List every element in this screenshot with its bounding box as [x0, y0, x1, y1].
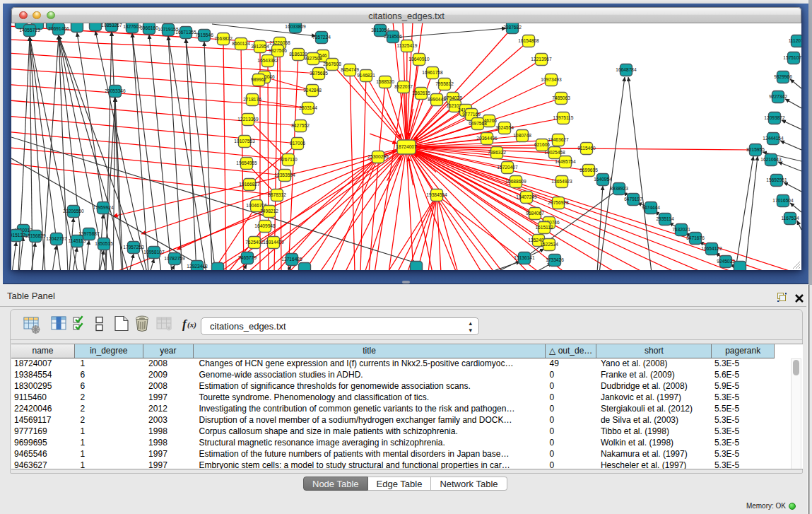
svg-text:3498212: 3498212 — [260, 209, 278, 214]
svg-text:15136141: 15136141 — [514, 255, 535, 260]
svg-text:8322037: 8322037 — [394, 84, 413, 89]
svg-text:17016504: 17016504 — [772, 198, 794, 203]
svg-text:12093872: 12093872 — [764, 115, 785, 120]
svg-text:10853267: 10853267 — [101, 23, 122, 28]
svg-text:16671355: 16671355 — [175, 30, 196, 35]
svg-text:14055713: 14055713 — [19, 28, 40, 33]
svg-text:9684067: 9684067 — [526, 211, 544, 216]
svg-text:7625402: 7625402 — [245, 240, 264, 245]
svg-text:9242848: 9242848 — [303, 88, 322, 93]
svg-text:16961758: 16961758 — [422, 70, 443, 75]
svg-text:3915137: 3915137 — [11, 233, 25, 238]
svg-text:1640954: 1640954 — [594, 177, 612, 182]
svg-text:9245032: 9245032 — [717, 259, 735, 264]
svg-text:12444154: 12444154 — [763, 136, 784, 141]
svg-text:1615112: 1615112 — [535, 225, 553, 230]
svg-text:19166827: 19166827 — [239, 182, 260, 187]
svg-text:12042737: 12042737 — [46, 236, 67, 241]
svg-text:11325419: 11325419 — [397, 43, 418, 48]
svg-text:10973493: 10973493 — [541, 77, 562, 82]
svg-text:9327506: 9327506 — [269, 48, 287, 53]
svg-text:2935114: 2935114 — [656, 216, 674, 221]
svg-text:16914479: 16914479 — [263, 240, 284, 245]
svg-text:20206550: 20206550 — [63, 209, 84, 214]
svg-text:2718176: 2718176 — [243, 97, 261, 102]
svg-text:7663822: 7663822 — [214, 36, 233, 41]
svg-text:20691406: 20691406 — [48, 26, 69, 31]
svg-text:15751074: 15751074 — [783, 55, 801, 60]
svg-text:12353594: 12353594 — [274, 173, 295, 177]
svg-text:2967608: 2967608 — [323, 62, 341, 66]
svg-text:13975887: 13975887 — [78, 231, 100, 236]
svg-text:8454749: 8454749 — [341, 67, 359, 72]
svg-text:6497568: 6497568 — [469, 121, 487, 126]
svg-text:20053346: 20053346 — [105, 88, 126, 93]
svg-text:13716485: 13716485 — [281, 257, 302, 262]
svg-text:3912954: 3912954 — [251, 44, 269, 49]
svg-text:7955812: 7955812 — [435, 81, 454, 86]
svg-text:2803144: 2803144 — [299, 105, 317, 110]
svg-text:9777169: 9777169 — [462, 112, 481, 117]
svg-text:9327508: 9327508 — [304, 56, 322, 61]
svg-text:7485063: 7485063 — [552, 95, 570, 100]
svg-text:8878312: 8878312 — [268, 192, 286, 197]
svg-text:1362615: 1362615 — [412, 90, 430, 95]
svg-text:9329966: 9329966 — [774, 74, 792, 79]
svg-text:989962: 989962 — [251, 77, 266, 82]
svg-text:16648784: 16648784 — [616, 67, 637, 72]
svg-text:621606: 621606 — [534, 142, 550, 147]
svg-text:9465779: 9465779 — [238, 255, 257, 260]
svg-text:1080748: 1080748 — [513, 133, 531, 138]
svg-text:8471676: 8471676 — [686, 235, 705, 240]
svg-text:(x): (x) — [187, 320, 196, 329]
svg-text:817006: 817006 — [290, 141, 305, 146]
svg-text:1588520: 1588520 — [376, 79, 394, 84]
svg-text:15720407: 15720407 — [497, 165, 518, 170]
svg-text:8660124: 8660124 — [232, 41, 250, 46]
svg-text:20364436: 20364436 — [476, 136, 498, 141]
svg-text:17957253: 17957253 — [123, 245, 144, 250]
svg-text:3813054: 3813054 — [371, 28, 389, 33]
svg-text:3875685: 3875685 — [310, 71, 328, 76]
svg-text:18640910: 18640910 — [408, 57, 430, 62]
svg-text:19463627: 19463627 — [548, 137, 569, 142]
svg-text:18724007: 18724007 — [396, 144, 417, 149]
svg-text:14495754: 14495754 — [555, 159, 576, 164]
svg-text:17959924: 17959924 — [93, 205, 114, 210]
svg-text:10958107: 10958107 — [143, 250, 165, 255]
svg-text:12156829: 12156829 — [25, 233, 46, 238]
svg-text:20756928: 20756928 — [548, 200, 569, 205]
svg-text:1112074: 1112074 — [789, 38, 801, 43]
svg-text:8215955: 8215955 — [746, 147, 765, 152]
svg-text:9227342: 9227342 — [769, 94, 787, 99]
svg-text:8427552: 8427552 — [291, 123, 310, 128]
svg-text:10025458: 10025458 — [544, 150, 565, 155]
svg-text:9474444: 9474444 — [642, 205, 660, 210]
svg-text:1733426: 1733426 — [546, 257, 564, 262]
svg-text:1167534: 1167534 — [781, 216, 799, 221]
svg-text:15692951: 15692951 — [766, 177, 787, 182]
svg-text:2387682: 2387682 — [503, 25, 522, 30]
svg-text:2218506: 2218506 — [384, 34, 402, 39]
svg-text:8938923: 8938923 — [610, 186, 628, 191]
svg-text:7515546: 7515546 — [195, 33, 213, 37]
svg-text:19384554: 19384554 — [426, 192, 447, 197]
svg-text:7357224: 7357224 — [312, 35, 331, 40]
svg-text:16543382: 16543382 — [257, 58, 278, 63]
svg-text:19654955: 19654955 — [236, 160, 257, 165]
svg-text:1327602: 1327602 — [123, 24, 141, 29]
svg-text:18407249: 18407249 — [516, 194, 537, 199]
svg-text:16409948: 16409948 — [254, 223, 276, 228]
svg-text:10782759: 10782759 — [164, 256, 185, 261]
svg-text:13975115: 13975115 — [553, 115, 574, 120]
svg-text:10107553: 10107553 — [234, 139, 255, 144]
svg-text:1350515: 1350515 — [95, 241, 113, 246]
svg-text:9115460: 9115460 — [577, 146, 596, 151]
svg-text:12213369: 12213369 — [237, 117, 259, 122]
svg-text:16210643: 16210643 — [760, 157, 782, 162]
svg-text:9146821: 9146821 — [357, 73, 375, 78]
svg-text:10654122: 10654122 — [701, 246, 722, 251]
svg-text:1522534: 1522534 — [540, 242, 558, 247]
svg-text:10688609: 10688609 — [505, 179, 526, 184]
svg-text:12213967: 12213967 — [531, 57, 552, 62]
